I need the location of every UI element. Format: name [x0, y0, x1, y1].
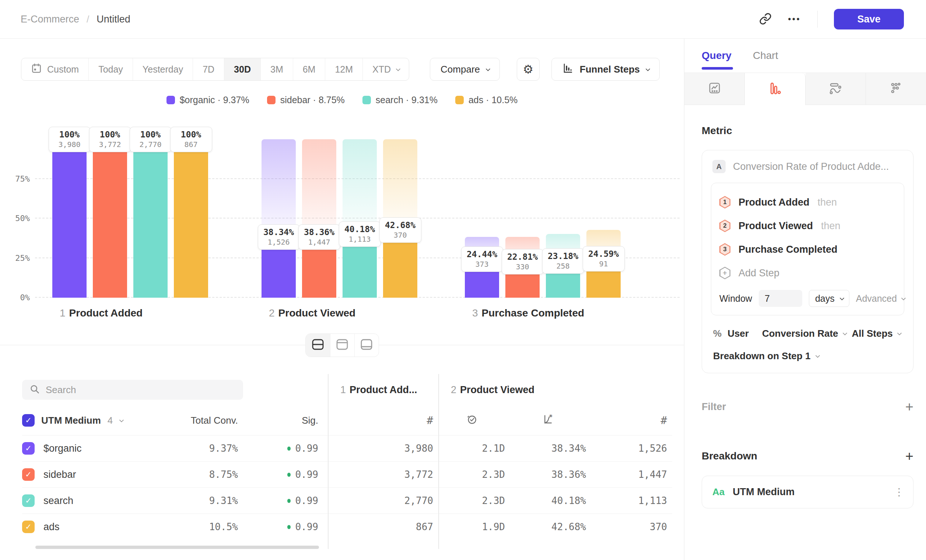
table-group-header-row: 1Product Add... 2Product Viewed: [22, 374, 672, 406]
row-checkbox[interactable]: ✓: [22, 495, 35, 507]
chart-type-selector[interactable]: Funnel Steps: [551, 58, 660, 81]
breakdown-property-item[interactable]: Aa UTM Medium ⋮: [702, 476, 914, 509]
sig-dot: [287, 446, 291, 451]
conversion-rate-column-header[interactable]: ✳: [510, 414, 591, 427]
funnel-step-3[interactable]: 3 Purchase Completed: [719, 238, 896, 261]
legend-item[interactable]: $organic · 9.37%: [166, 95, 250, 105]
dimension-header[interactable]: ✓ UTM Medium 4: [22, 414, 184, 427]
breadcrumb-report-title[interactable]: Untitled: [97, 14, 130, 25]
bar-value-label: 100%3,772: [89, 127, 131, 152]
count-column-header[interactable]: #: [591, 414, 672, 427]
row-checkbox[interactable]: ✓: [22, 521, 35, 533]
compare-button[interactable]: Compare: [430, 58, 500, 81]
tab-query[interactable]: Query: [702, 39, 732, 73]
metric-series-row[interactable]: A Conversion Rate of Product Adde...: [711, 160, 904, 173]
date-range-12m[interactable]: 12M: [325, 58, 362, 80]
analysis-tab-retention[interactable]: [806, 73, 866, 105]
search-input[interactable]: [46, 384, 236, 396]
view-toggle-split[interactable]: [306, 334, 330, 357]
window-value-input[interactable]: [759, 290, 802, 307]
table-row[interactable]: ✓ search 9.31% 0.99 2,770 2.3D 40.18% 1,…: [22, 487, 672, 513]
sig-column-header[interactable]: Sig.: [243, 415, 328, 426]
retention-flow-icon: [828, 81, 843, 97]
table-search-box[interactable]: [22, 380, 243, 400]
add-step-hexagon-plus-icon: +: [719, 267, 731, 279]
legend-item[interactable]: sidebar · 8.75%: [267, 95, 345, 105]
legend-item[interactable]: ads · 10.5%: [455, 95, 517, 105]
advanced-toggle[interactable]: Advanced: [856, 293, 905, 304]
table-row[interactable]: ✓ $organic 9.37% 0.99 3,980 2.1D 38.34% …: [22, 435, 672, 461]
flows-dots-icon: [889, 81, 903, 97]
step-group-header-product-viewed: 2Product Viewed: [438, 384, 672, 396]
funnel-step-1[interactable]: 1 Product Added then: [719, 191, 896, 214]
measurement-select[interactable]: Conversion Rate: [762, 328, 846, 339]
search-icon: [29, 384, 40, 396]
date-range-yesterday[interactable]: Yesterday: [133, 58, 193, 80]
analysis-tab-funnels-selected[interactable]: [745, 73, 805, 105]
add-filter-button[interactable]: +: [905, 400, 914, 414]
row-checkbox[interactable]: ✓: [22, 468, 35, 481]
funnel-step-2[interactable]: 2 Product Viewed then: [719, 214, 896, 238]
window-unit-select[interactable]: days: [809, 290, 849, 307]
date-range-custom[interactable]: Custom: [21, 58, 88, 80]
date-range-3m[interactable]: 3M: [260, 58, 293, 80]
counting-entity[interactable]: User: [728, 328, 749, 339]
legend-item[interactable]: search · 9.31%: [362, 95, 437, 105]
funnel-ghost-bar[interactable]: [383, 139, 417, 230]
row-checkbox[interactable]: ✓: [22, 442, 35, 455]
count-column-header[interactable]: #: [328, 414, 438, 427]
funnel-bar[interactable]: [174, 139, 208, 298]
pv-count-value: 1,113: [591, 495, 672, 506]
add-step-button[interactable]: + Add Step: [719, 261, 896, 285]
breakdown-on-step-select[interactable]: Breakdown on Step 1: [711, 350, 904, 362]
date-range-xtd[interactable]: XTD: [362, 58, 409, 80]
analysis-tab-flows[interactable]: [866, 73, 926, 105]
sig-dot: [287, 499, 291, 503]
step-number-badge: 1: [719, 196, 731, 209]
add-breakdown-button[interactable]: +: [905, 449, 914, 463]
pa-count-value: 3,980: [328, 443, 438, 454]
insights-chart-icon: [708, 81, 722, 97]
analysis-tab-insights[interactable]: [684, 73, 745, 105]
horizontal-scrollbar-thumb[interactable]: [35, 546, 319, 549]
tab-chart[interactable]: Chart: [753, 39, 778, 73]
date-range-today[interactable]: Today: [88, 58, 133, 80]
view-toggle-chart-only[interactable]: [330, 334, 354, 357]
select-all-checkbox[interactable]: ✓: [22, 414, 35, 427]
view-toggle-table-only[interactable]: [354, 334, 379, 357]
date-range-30d-selected[interactable]: 30D: [224, 58, 260, 80]
chart-settings-button[interactable]: ⚙: [517, 58, 540, 81]
funnel-ghost-bar[interactable]: [343, 139, 377, 234]
bar-value-label: 38.34%1,526: [258, 224, 300, 250]
avg-time-column-header[interactable]: [438, 414, 510, 427]
breadcrumb: E-Commerce / Untitled: [21, 14, 130, 25]
more-menu-button[interactable]: •••: [788, 14, 801, 24]
save-button[interactable]: Save: [834, 9, 904, 29]
table-row[interactable]: ✓ sidebar 8.75% 0.99 3,772 2.3D 38.36% 1…: [22, 461, 672, 487]
measurement-row: % User Conversion Rate All Steps: [711, 328, 904, 339]
funnel-ghost-bar[interactable]: [302, 139, 336, 237]
legend-swatch: [166, 96, 175, 104]
funnel-bar[interactable]: [52, 139, 86, 298]
pv-time-value: 2.1D: [438, 443, 510, 454]
bar-value-label: 100%2,770: [130, 127, 172, 152]
funnel-bar[interactable]: [93, 139, 127, 298]
chevron-down-icon: [486, 66, 491, 71]
kebab-menu-icon[interactable]: ⋮: [894, 486, 904, 498]
pv-count-value: 370: [591, 521, 672, 532]
breakdown-heading: Breakdown: [702, 450, 757, 462]
breadcrumb-project[interactable]: E-Commerce: [21, 14, 79, 25]
steps-scope-select[interactable]: All Steps: [852, 328, 900, 339]
date-range-7d[interactable]: 7D: [193, 58, 224, 80]
date-range-6m[interactable]: 6M: [293, 58, 325, 80]
bar-value-label: 40.18%1,113: [339, 221, 381, 247]
filter-section-header: Filter +: [702, 400, 914, 414]
total-conv-column-header[interactable]: Total Conv.: [184, 415, 243, 426]
breadcrumb-separator: /: [86, 14, 89, 25]
share-link-button[interactable]: [759, 12, 772, 26]
table-row[interactable]: ✓ ads 10.5% 0.99 867 1.9D 42.68% 370: [22, 513, 672, 540]
series-letter-badge: A: [713, 160, 726, 173]
funnel-ghost-bar[interactable]: [262, 139, 296, 237]
funnel-bar[interactable]: [133, 139, 168, 298]
metric-card: A Conversion Rate of Product Adde... 1 P…: [702, 150, 914, 373]
